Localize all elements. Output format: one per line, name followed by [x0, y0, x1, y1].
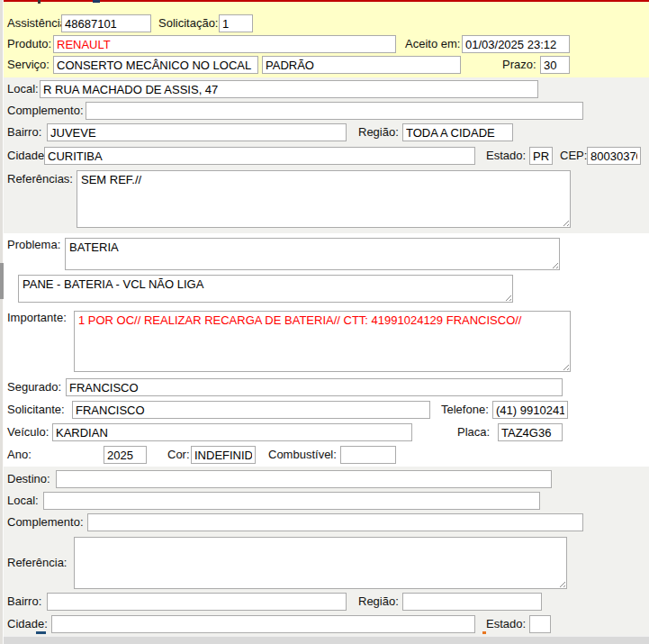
cidade-input[interactable]: [44, 147, 475, 165]
servico-tipo-input[interactable]: [262, 56, 461, 74]
servico-input[interactable]: [53, 56, 258, 74]
destino-regiao-label: Região:: [358, 593, 399, 611]
estado-input[interactable]: [529, 147, 553, 165]
segurado-input[interactable]: [66, 378, 563, 396]
referencias-textarea[interactable]: SEM REF.//: [77, 170, 571, 228]
scrollbar-thumb[interactable]: [0, 263, 4, 299]
destino-label: Destino:: [7, 470, 50, 488]
solicitacao-label: Solicitação:: [158, 14, 218, 32]
destino-complemento-input[interactable]: [87, 513, 583, 531]
problema-textarea[interactable]: BATERIA: [65, 238, 560, 270]
solicitante-label: Solicitante:: [7, 401, 65, 419]
produto-input[interactable]: [53, 35, 396, 53]
veiculo-input[interactable]: [52, 423, 412, 441]
ano-input[interactable]: [104, 446, 147, 464]
destino-cidade-input[interactable]: [51, 615, 475, 633]
destino-local-label: Local:: [7, 492, 39, 510]
combustivel-label: Combustível:: [268, 446, 337, 464]
bottom-panel-edge: [4, 636, 649, 644]
segurado-label: Segurado:: [7, 378, 61, 396]
assistencia-input[interactable]: [61, 14, 151, 32]
veiculo-label: Veículo:: [7, 423, 49, 441]
solicitante-input[interactable]: [72, 401, 430, 419]
cidade-label: Cidade:: [7, 147, 48, 165]
left-scrollbar[interactable]: [0, 0, 4, 644]
combustivel-input[interactable]: [340, 446, 396, 464]
destino-input[interactable]: [56, 470, 552, 488]
destino-estado-label: Estado:: [486, 615, 526, 633]
destino-cidade-label: Cidade:: [7, 615, 48, 633]
bairro-input[interactable]: [47, 123, 347, 141]
local-input[interactable]: [40, 80, 538, 98]
bairro-label: Bairro:: [7, 123, 41, 141]
estado-label: Estado:: [486, 147, 526, 165]
referencias-label: Referências:: [7, 172, 73, 186]
destino-referencia-textarea[interactable]: [74, 537, 567, 589]
complemento-label: Complemento:: [7, 102, 84, 120]
cor-input[interactable]: [191, 446, 256, 464]
cor-label: Cor:: [167, 446, 190, 464]
problema-label: Problema:: [7, 238, 60, 252]
destino-estado-input[interactable]: [529, 615, 551, 633]
regiao-input[interactable]: [402, 123, 513, 141]
ano-label: Ano:: [7, 446, 32, 464]
solicitacao-input[interactable]: [219, 14, 253, 32]
complemento-input[interactable]: [86, 102, 583, 120]
importante-label: Importante:: [7, 311, 67, 325]
servico-label: Serviço:: [7, 56, 50, 74]
destino-bairro-input[interactable]: [47, 593, 347, 611]
bottom-dot-fragment: [482, 631, 486, 634]
produto-label: Produto:: [7, 35, 51, 53]
title-text-fragment: [38, 0, 41, 4]
placa-label: Placa:: [457, 423, 490, 441]
local-label: Local:: [7, 80, 39, 98]
aceito-em-label: Aceito em:: [405, 35, 460, 53]
prazo-input[interactable]: [540, 56, 570, 74]
aceito-em-input[interactable]: [462, 35, 570, 53]
service-order-window: Assistência: Solicitação: Produto: Aceit…: [0, 0, 649, 644]
telefone-input[interactable]: [492, 401, 568, 419]
cep-label: CEP:: [560, 147, 587, 165]
importante-textarea[interactable]: 1 POR OC// REALIZAR RECARGA DE BATERIA//…: [74, 311, 571, 372]
prazo-label: Prazo:: [502, 56, 536, 74]
telefone-label: Telefone:: [441, 401, 489, 419]
destino-bairro-label: Bairro:: [7, 593, 41, 611]
cep-input[interactable]: [587, 147, 641, 165]
placa-input[interactable]: [498, 423, 563, 441]
bottom-text-fragment: [36, 631, 46, 634]
problema-detalhe-textarea[interactable]: PANE - BATERIA - VCL NÃO LIGA: [18, 275, 513, 303]
regiao-label: Região:: [358, 123, 399, 141]
assistencia-label: Assistência:: [7, 14, 69, 32]
destino-complemento-label: Complemento:: [7, 513, 84, 531]
destino-regiao-input[interactable]: [402, 593, 542, 611]
title-text-fragment: [93, 0, 100, 3]
destino-referencia-label: Referência:: [7, 554, 67, 572]
window-title-strip: [4, 0, 649, 2]
destino-local-input[interactable]: [43, 492, 540, 510]
